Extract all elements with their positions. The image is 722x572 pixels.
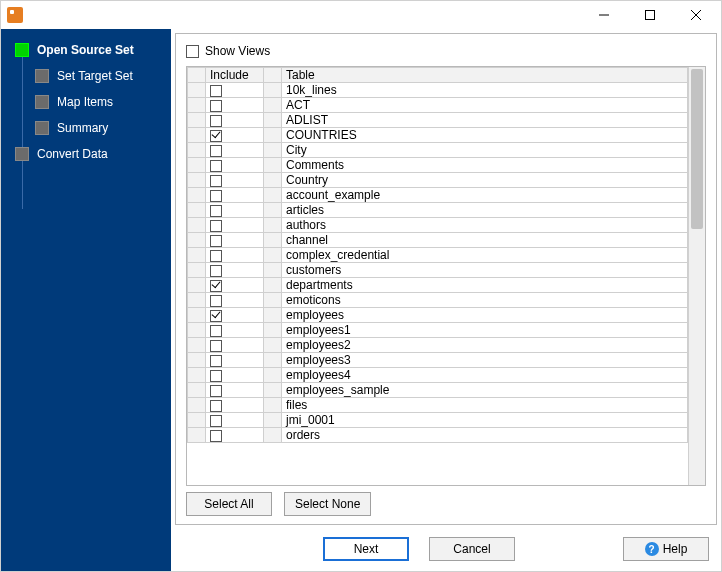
include-checkbox[interactable] [210,280,222,292]
include-cell[interactable] [206,368,264,383]
include-cell[interactable] [206,128,264,143]
include-cell[interactable] [206,83,264,98]
table-row[interactable]: COUNTRIES [188,128,688,143]
wizard-step-4[interactable]: Convert Data [1,141,171,167]
close-button[interactable] [673,1,719,29]
include-checkbox[interactable] [210,145,222,157]
include-cell[interactable] [206,188,264,203]
include-checkbox[interactable] [210,355,222,367]
include-checkbox[interactable] [210,295,222,307]
step-label: Set Target Set [57,69,133,83]
table-row[interactable]: employees3 [188,353,688,368]
include-checkbox[interactable] [210,340,222,352]
include-checkbox[interactable] [210,430,222,442]
table-row[interactable]: complex_credential [188,248,688,263]
include-checkbox[interactable] [210,385,222,397]
include-cell[interactable] [206,428,264,443]
include-checkbox[interactable] [210,400,222,412]
table-row[interactable]: authors [188,218,688,233]
include-cell[interactable] [206,323,264,338]
include-cell[interactable] [206,173,264,188]
wizard-step-1[interactable]: Set Target Set [1,63,171,89]
wizard-step-0[interactable]: Open Source Set [1,37,171,63]
include-cell[interactable] [206,308,264,323]
vertical-scrollbar[interactable] [688,67,705,485]
include-checkbox[interactable] [210,415,222,427]
table-row[interactable]: Comments [188,158,688,173]
include-checkbox[interactable] [210,265,222,277]
table-row[interactable]: account_example [188,188,688,203]
column-gutter [264,68,282,83]
table-row[interactable]: City [188,143,688,158]
include-cell[interactable] [206,203,264,218]
cancel-button[interactable]: Cancel [429,537,515,561]
table-row[interactable]: employees2 [188,338,688,353]
table-row[interactable]: employees [188,308,688,323]
include-cell[interactable] [206,383,264,398]
include-checkbox[interactable] [210,250,222,262]
table-row[interactable]: customers [188,263,688,278]
select-all-button[interactable]: Select All [186,492,272,516]
include-cell[interactable] [206,353,264,368]
include-checkbox[interactable] [210,115,222,127]
include-checkbox[interactable] [210,235,222,247]
table-row[interactable]: emoticons [188,293,688,308]
row-gutter [188,173,206,188]
include-cell[interactable] [206,293,264,308]
include-cell[interactable] [206,413,264,428]
table-row[interactable]: ADLIST [188,113,688,128]
column-header-include[interactable]: Include [206,68,264,83]
row-gutter [188,263,206,278]
next-button[interactable]: Next [323,537,409,561]
help-button[interactable]: ? Help [623,537,709,561]
include-checkbox[interactable] [210,205,222,217]
table-row[interactable]: departments [188,278,688,293]
table-row[interactable]: employees4 [188,368,688,383]
include-cell[interactable] [206,338,264,353]
table-row[interactable]: Country [188,173,688,188]
scrollbar-thumb[interactable] [691,69,703,229]
include-checkbox[interactable] [210,85,222,97]
include-cell[interactable] [206,248,264,263]
row-gutter [188,293,206,308]
include-cell[interactable] [206,218,264,233]
include-cell[interactable] [206,398,264,413]
include-cell[interactable] [206,113,264,128]
column-header-table[interactable]: Table [282,68,688,83]
table-row[interactable]: articles [188,203,688,218]
include-checkbox[interactable] [210,370,222,382]
include-checkbox[interactable] [210,130,222,142]
include-checkbox[interactable] [210,160,222,172]
table-row[interactable]: channel [188,233,688,248]
table-name-cell: employees [282,308,688,323]
include-checkbox[interactable] [210,310,222,322]
table-row[interactable]: jmi_0001 [188,413,688,428]
include-cell[interactable] [206,233,264,248]
table-row[interactable]: 10k_lines [188,83,688,98]
include-checkbox[interactable] [210,190,222,202]
include-checkbox[interactable] [210,175,222,187]
table-row[interactable]: ACT [188,98,688,113]
tables-scroll[interactable]: Include Table 10k_linesACTADLISTCOUNTRIE… [187,67,688,485]
include-cell[interactable] [206,98,264,113]
include-checkbox[interactable] [210,325,222,337]
table-name-cell: employees3 [282,353,688,368]
select-none-button[interactable]: Select None [284,492,371,516]
wizard-step-3[interactable]: Summary [1,115,171,141]
cell-gutter [264,383,282,398]
maximize-button[interactable] [627,1,673,29]
wizard-step-2[interactable]: Map Items [1,89,171,115]
minimize-button[interactable] [581,1,627,29]
include-cell[interactable] [206,278,264,293]
include-cell[interactable] [206,158,264,173]
include-checkbox[interactable] [210,220,222,232]
include-cell[interactable] [206,263,264,278]
tables-grid-area: Include Table 10k_linesACTADLISTCOUNTRIE… [186,66,706,486]
table-row[interactable]: orders [188,428,688,443]
table-row[interactable]: employees_sample [188,383,688,398]
table-row[interactable]: files [188,398,688,413]
include-checkbox[interactable] [210,100,222,112]
include-cell[interactable] [206,143,264,158]
table-row[interactable]: employees1 [188,323,688,338]
show-views-checkbox[interactable]: Show Views [186,44,706,58]
